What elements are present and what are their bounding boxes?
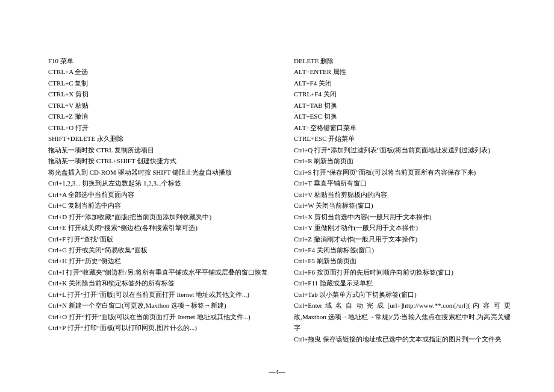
shortcut-line: Ctrl+P 打开“打印”面板(可以打印网页,图片什么的...) bbox=[48, 322, 277, 333]
shortcut-line: Ctrl+S 打开“保存网页”面板(可以将当前页面所有内容保存下来) bbox=[294, 167, 511, 178]
shortcut-line: Ctrl+Y 重做刚才动作(一般只用于文本操作) bbox=[294, 222, 511, 233]
shortcut-line: 拖动某一项时按 CTRL+SHIFT 创建快捷方式 bbox=[48, 155, 277, 166]
shortcut-line: CTRL+A 全选 bbox=[48, 66, 277, 77]
left-column: F10 菜单CTRL+A 全选CTRL+C 复制CTRL+X 剪切CTRL+V … bbox=[48, 55, 277, 344]
shortcut-line: Ctrl+H 打开“历史”侧边栏 bbox=[48, 255, 277, 266]
shortcut-line: ALT+TAB 切换 bbox=[294, 100, 511, 111]
shortcut-line: SHIFT+DELETE 永久删除 bbox=[48, 133, 277, 144]
shortcut-line: Ctrl+Enter 域 名 自 动 完 成 [url=]http://www.… bbox=[294, 300, 511, 333]
shortcut-line: Ctrl+I 打开“收藏夹”侧边栏/另:将所有垂直平铺或水平平铺或层叠的窗口恢复 bbox=[48, 267, 277, 278]
shortcut-line: DELETE 删除 bbox=[294, 55, 511, 66]
page-number: —4— bbox=[0, 368, 554, 375]
shortcut-line: Ctrl+F5 刷新当前页面 bbox=[294, 255, 511, 266]
shortcut-line: Ctrl+F4 关闭当前标签(窗口) bbox=[294, 244, 511, 255]
shortcut-line: CTRL+Z 撤消 bbox=[48, 111, 277, 122]
shortcut-line: 拖动某一项时按 CTRL 复制所选项目 bbox=[48, 145, 277, 155]
shortcut-line: ALT+F4 关闭 bbox=[294, 78, 511, 89]
shortcut-line: CTRL+F4 关闭 bbox=[294, 89, 511, 99]
shortcut-line: ALT+ENTER 属性 bbox=[294, 66, 511, 77]
shortcut-line: Ctrl+G 打开或关闭“简易收集”面板 bbox=[48, 244, 277, 255]
shortcut-line: Ctrl+W 关闭当前标签(窗口) bbox=[294, 200, 511, 211]
shortcut-line: CTRL+ESC 开始菜单 bbox=[294, 133, 511, 144]
shortcut-line: Ctrl+L 打开“打开”面版(可以在当前页面打开 Iternet 地址或其他文… bbox=[48, 289, 277, 300]
shortcut-line: CTRL+C 复制 bbox=[48, 78, 277, 89]
shortcut-line: Ctrl+N 新建一个空白窗口(可更改,Maxthon 选项→标签→新建) bbox=[48, 300, 277, 311]
shortcut-line: CTRL+V 粘贴 bbox=[48, 100, 277, 111]
shortcut-line: Ctrl+F11 隐藏或显示菜单栏 bbox=[294, 278, 511, 288]
shortcut-line: Ctrl+F6 按页面打开的先后时间顺序向前切换标签(窗口) bbox=[294, 267, 511, 278]
shortcut-line: Ctrl+T 垂直平铺所有窗口 bbox=[294, 178, 511, 188]
shortcut-line: Ctrl+1,2,3... 切换到从左边数起第 1,2,3...个标签 bbox=[48, 178, 277, 188]
shortcut-line: 将光盘插入到 CD-ROM 驱动器时按 SHIFT 键阻止光盘自动播放 bbox=[48, 167, 277, 178]
shortcut-line: Ctrl+F 打开“查找”面版 bbox=[48, 234, 277, 244]
shortcut-line: Ctrl+拖曳 保存该链接的地址或已选中的文本或指定的图片到一个文件夹 bbox=[294, 334, 511, 344]
shortcut-line: Ctrl+O 打开“打开”面版(可以在当前页面打开 Iternet 地址或其他文… bbox=[48, 311, 277, 322]
shortcut-line: Ctrl+Tab 以小菜单方式向下切换标签(窗口) bbox=[294, 289, 511, 300]
shortcut-line: Ctrl+D 打开“添加收藏”面版(把当前页面添加到收藏夹中) bbox=[48, 211, 277, 222]
shortcut-line: ALT+ESC 切换 bbox=[294, 111, 511, 122]
shortcut-line: Ctrl+K 关闭除当前和锁定标签外的所有标签 bbox=[48, 278, 277, 288]
shortcut-line: Ctrl+Z 撤消刚才动作(一般只用于文本操作) bbox=[294, 234, 511, 244]
shortcut-line: CTRL+X 剪切 bbox=[48, 89, 277, 99]
shortcut-line: Ctrl+C 复制当前选中内容 bbox=[48, 200, 277, 211]
shortcut-line: F10 菜单 bbox=[48, 55, 277, 66]
right-column: DELETE 删除ALT+ENTER 属性ALT+F4 关闭CTRL+F4 关闭… bbox=[294, 55, 511, 344]
shortcut-line: Ctrl+X 剪切当前选中内容(一般只用于文本操作) bbox=[294, 211, 511, 222]
shortcut-line: CTRL+O 打开 bbox=[48, 122, 277, 133]
shortcut-line: Ctrl+E 打开或关闭“搜索”侧边栏(各种搜索引擎可选) bbox=[48, 222, 277, 233]
shortcut-line: ALT+空格键窗口菜单 bbox=[294, 122, 511, 133]
shortcut-line: Ctrl+Q 打开“添加到过滤列表”面板(将当前页面地址发送到过滤列表) bbox=[294, 145, 511, 155]
shortcut-line: Ctrl+V 粘贴当前剪贴板内的内容 bbox=[294, 189, 511, 200]
shortcut-line: Ctrl+R 刷新当前页面 bbox=[294, 155, 511, 166]
document-page: F10 菜单CTRL+A 全选CTRL+C 复制CTRL+X 剪切CTRL+V … bbox=[0, 0, 554, 344]
shortcut-line: Ctrl+A 全部选中当前页面内容 bbox=[48, 189, 277, 200]
